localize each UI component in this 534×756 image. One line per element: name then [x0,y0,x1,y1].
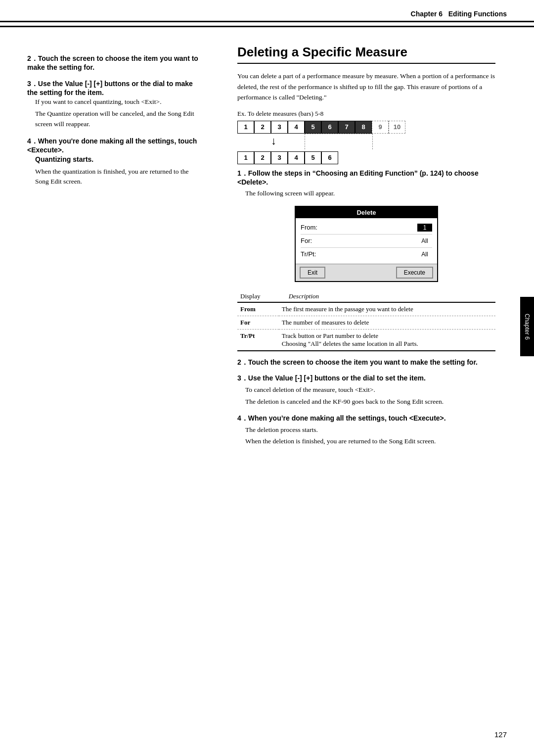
bottom-measure-row: 1 2 3 4 5 6 [237,151,495,164]
r-step3-body: To cancel deletion of the measure, touch… [245,385,495,407]
table-label-for: For [237,316,279,329]
bottom-measure-cell-2: 2 [254,151,271,164]
measure-cell-3: 3 [271,121,288,134]
delete-screen: Delete From: 1 For: All Tr/Pt: All [295,206,438,282]
measure-cell-10: 10 [389,121,405,134]
bottom-measure-cell-5: 5 [305,151,321,164]
step3-body: If you want to cancel quantizing, touch … [35,97,203,129]
step4-body1: When the quantization is finished, you a… [35,167,203,187]
step3-title: Use the Value [-] [+] buttons or the dia… [27,80,193,96]
chapter-header: Chapter 6 Editing Functions [0,10,534,22]
chapter-tab-text: Chapter 6 [524,314,531,340]
measure-cell-2: 2 [254,121,271,134]
r-step-1: 1．Follow the steps in “Choosing an Editi… [237,169,495,199]
chapter-title: Editing Functions [448,10,507,18]
table-row-from: From The first measure in the passage yo… [237,302,495,316]
step3-body2: The Quantize operation will be canceled,… [35,109,203,129]
r-step4-body: The deletion process starts. When the de… [245,425,495,447]
r-step-3: 3．Use the Value [-] [+] buttons or the d… [237,374,495,407]
diagram-area: 1 2 3 4 5 6 7 8 9 10 ↓ [237,121,495,160]
measure-cell-7: 7 [338,121,355,134]
r-step4-title: When you’re done making all the settings… [248,414,446,422]
measure-cell-9: 9 [372,121,389,134]
measure-cell-8: 8 [355,121,372,134]
step-3-left: 3．Use the Value [-] [+] buttons or the d… [27,80,203,129]
step4-body: Quantizing starts. When the quantization… [35,154,203,187]
r-step-4: 4．When you’re done making all the settin… [237,414,495,447]
r-step4-number: 4． [237,414,248,422]
delete-label-trpt: Tr/Pt: [301,250,316,258]
display-table: Display Description From The first measu… [237,291,495,351]
table-header-display: Display [237,291,279,302]
step-2-left: 2．Touch the screen to choose the item yo… [27,54,203,72]
delete-label-from: From: [301,224,317,231]
delete-screen-body: From: 1 For: All Tr/Pt: All [296,218,437,264]
delete-label-for: For: [301,237,312,244]
chapter-tab: Chapter 6 [520,297,534,356]
table-label-from: From [237,302,279,316]
delete-row-trpt: Tr/Pt: All [301,248,432,261]
r-step3-body1: To cancel deletion of the measure, touch… [245,385,495,395]
measure-cell-4: 4 [288,121,305,134]
execute-button[interactable]: Execute [396,267,433,279]
step2-number: 2． [27,54,38,62]
right-column: Deleting a Specific Measure You can dele… [218,35,520,756]
step3-body1: If you want to cancel quantizing, touch … [35,97,203,107]
bottom-measure-cell-3: 3 [271,151,288,164]
page-number: 127 [494,730,507,739]
table-row-trpt: Tr/Pt Track button or Part number to del… [237,329,495,351]
r-step1-text: The following screen will appear. [245,189,495,199]
r-step3-title: Use the Value [-] [+] buttons or the dia… [248,374,426,382]
step4-subtitle: Quantizing starts. [35,154,203,165]
delete-row-for: For: All [301,235,432,248]
delete-row-from: From: 1 [301,221,432,235]
r-step1-number: 1． [237,169,248,177]
delete-screen-title: Delete [296,207,437,218]
table-desc-trpt: Track button or Part number to deleteCho… [279,329,495,351]
measure-cell-5: 5 [305,121,321,134]
table-header-row: Display Description [237,291,495,302]
table-row-for: For The number of measures to delete [237,316,495,329]
measure-diagram: 1 2 3 4 5 6 7 8 9 10 ↓ [237,121,495,160]
r-step3-number: 3． [237,374,248,382]
left-column: 2．Touch the screen to choose the item yo… [0,35,218,756]
r-step4-sub1: The deletion process starts. [245,425,495,435]
table-label-trpt: Tr/Pt [237,329,279,351]
r-step2-number: 2． [237,358,248,366]
section-title: Deleting a Specific Measure [237,45,495,64]
table-desc-from: The first measure in the passage you wan… [279,302,495,316]
step4-title: When you're done making all the settings… [27,137,197,154]
r-step2-title: Touch the screen to choose the item you … [248,358,478,366]
bottom-measure-cell-1: 1 [237,151,254,164]
table-desc-for: The number of measures to delete [279,316,495,329]
chapter-label: Chapter 6 [411,10,443,18]
r-step1-body: The following screen will appear. [245,189,495,199]
r-step1-title: Follow the steps in “Choosing an Editing… [237,169,479,186]
arrow-down-icon: ↓ [271,135,276,147]
r-step4-sub2: When the deletion is finished, you are r… [245,436,495,447]
delete-screen-footer: Exit Execute [296,264,437,281]
measure-cell-1: 1 [237,121,254,134]
table-header-description: Description [279,291,495,302]
top-measure-row: 1 2 3 4 5 6 7 8 9 10 [237,121,495,134]
step3-number: 3． [27,80,38,88]
r-step-2: 2．Touch the screen to choose the item yo… [237,358,495,367]
measure-cell-6: 6 [321,121,338,134]
step2-title: Touch the screen to choose the item you … [27,54,198,71]
delete-value-for: All [417,237,432,245]
intro-para1: You can delete a part of a performance m… [237,71,495,103]
step-4-left: 4．When you're done making all the settin… [27,137,203,187]
step4-number: 4． [27,137,38,145]
delete-value-from: 1 [417,224,432,232]
delete-value-trpt: All [417,250,432,258]
bottom-measure-cell-6: 6 [321,151,338,164]
r-step3-body2: The deletion is canceled and the KF-90 g… [245,397,495,407]
exit-button[interactable]: Exit [300,267,325,279]
bottom-measure-cell-4: 4 [288,151,305,164]
example-label: Ex. To delete measures (bars) 5-8 [237,110,495,118]
